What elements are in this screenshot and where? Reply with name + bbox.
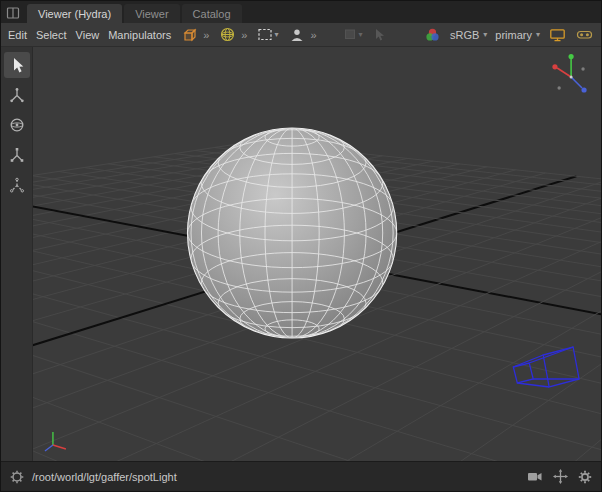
person-icon [289,27,305,43]
transform-icon [9,177,25,193]
settings-gear-icon [578,470,592,484]
rotate-icon [9,117,25,133]
globe-icon [219,26,236,43]
menu-select[interactable]: Select [36,29,67,41]
disabled-icon-group: ▾ [342,25,388,45]
colorspace-value: sRGB [450,29,479,41]
menubar-right-group: sRGB ▾ primary ▾ [423,25,594,45]
origin-axis-icon [45,432,66,451]
glasses-icon [576,27,593,42]
settings-gear-button[interactable] [578,470,592,484]
pane-layout-icon [6,6,20,20]
sphere-wireframe[interactable] [187,128,396,338]
gear-icon [10,470,24,484]
display-output-button[interactable] [548,25,567,45]
menu-view[interactable]: View [76,29,100,41]
main-area [1,47,601,461]
menu-edit[interactable]: Edit [8,29,27,41]
dim-box-icon [343,27,358,42]
stereo-view-button[interactable] [575,25,594,45]
scene-path[interactable]: /root/world/lgt/gaffer/spotLight [32,471,177,483]
color-management-button[interactable] [423,25,442,45]
pointer-mode-button[interactable] [371,25,388,45]
menu-manipulators[interactable]: Manipulators [108,29,171,41]
translate-icon [9,87,25,103]
marquee-icon [257,27,273,42]
shading-mode-button[interactable]: ▾ [342,25,364,45]
display-caret-icon: ▾ [536,30,540,39]
spotlight-wireframe[interactable] [513,347,579,387]
person-expander[interactable]: » [310,29,316,41]
camera-icon [527,470,543,483]
globe-expander[interactable]: » [241,29,247,41]
monitor-icon [549,27,566,43]
display-value: primary [495,29,532,41]
camera-button[interactable] [527,470,543,483]
cube-icon [181,26,198,43]
selection-region-button[interactable]: ▾ [256,25,279,45]
pan-icon [553,469,568,484]
tab-bar: Viewer (Hydra) Viewer Catalog [1,1,601,23]
rotate-tool-button[interactable] [4,112,30,138]
tab-viewer-hydra[interactable]: Viewer (Hydra) [27,4,122,23]
look-through-button[interactable] [288,25,306,45]
status-bar: /root/world/lgt/gaffer/spotLight [1,461,601,491]
scale-tool-button[interactable] [4,142,30,168]
viewport-3d[interactable] [33,47,601,461]
tab-viewer[interactable]: Viewer [124,4,179,23]
scale-icon [9,147,25,163]
tab-catalog[interactable]: Catalog [182,4,242,23]
statusbar-icons [527,469,592,484]
translate-tool-button[interactable] [4,82,30,108]
pan-button[interactable] [553,469,568,484]
axis-gizmo [552,54,586,93]
marquee-caret-icon: ▾ [274,30,278,39]
cube-expander[interactable]: » [203,29,209,41]
dim-box-caret-icon: ▾ [359,30,363,39]
menu-bar: Edit Select View Manipulators » » [1,23,601,47]
location-gear-button[interactable] [10,470,24,484]
viewer-window: Viewer (Hydra) Viewer Catalog Edit Selec… [0,0,602,492]
globe-button[interactable] [218,25,237,45]
select-arrow-icon [9,56,25,74]
colorspace-dropdown[interactable]: sRGB ▾ [450,29,487,41]
select-tool-button[interactable] [4,52,30,78]
tool-sidebar [1,47,33,461]
pane-menu-button[interactable] [3,4,23,22]
display-dropdown[interactable]: primary ▾ [495,29,540,41]
transform-tool-button[interactable] [4,172,30,198]
dim-pointer-icon [372,27,387,42]
colorspace-caret-icon: ▾ [483,30,487,39]
scene-cube-button[interactable] [180,25,199,45]
color-wheel-icon [424,27,441,43]
